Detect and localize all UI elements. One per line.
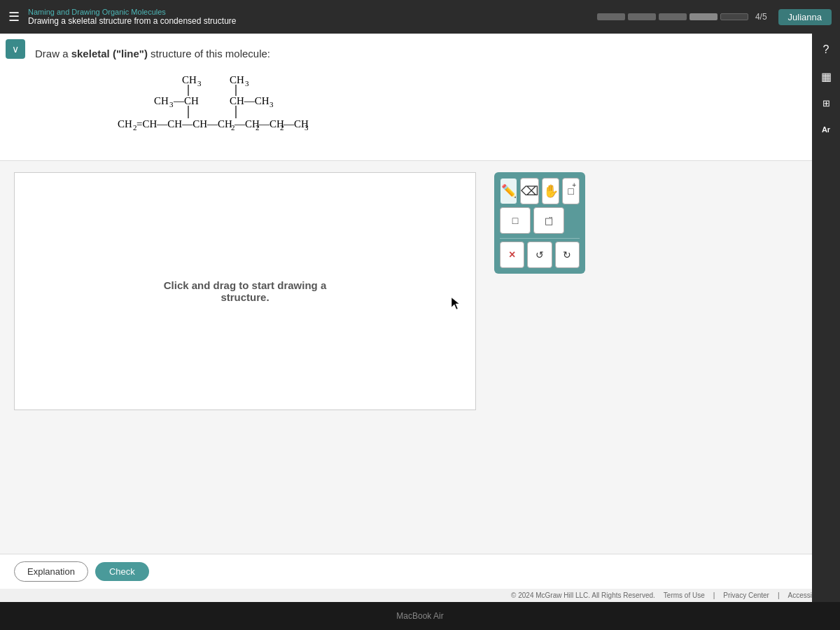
svg-text:=CH—CH—CH—CH: =CH—CH—CH—CH [136, 118, 232, 130]
subtitle: Naming and Drawing Organic Molecules [28, 8, 589, 16]
drawing-workspace: Click and drag to start drawing a struct… [0, 161, 840, 554]
top-bar-right: 4/5 Julianna [597, 9, 832, 25]
collapse-button[interactable]: ∨ [6, 39, 25, 59]
progress-seg-4 [690, 13, 718, 20]
molecule-svg: CH 3 CH 3 CH 3 —CH CH—CH 3 CH 2 =CH—C [63, 69, 455, 146]
double-box-icon: □̈ [545, 216, 553, 226]
progress-bar: 4/5 [597, 12, 767, 22]
pencil-icon: ✏️ [501, 183, 517, 199]
canvas-hint-line2: structure. [164, 291, 327, 303]
tool-action-row: × ↺ ↻ [500, 238, 580, 268]
single-box-tool[interactable]: □ [500, 207, 531, 234]
help-icon[interactable]: ? [816, 39, 836, 60]
label-prefix: Draw a [35, 48, 71, 59]
undo-button[interactable]: ↺ [527, 241, 552, 268]
svg-text:3: 3 [304, 123, 309, 132]
tool-row-1: ✏️ ⌫ ✋ □+ [500, 178, 580, 204]
question-label: Draw a skeletal ("line") structure of th… [35, 48, 819, 59]
tool-palette: ✏️ ⌫ ✋ □+ □ □̈ [494, 172, 585, 274]
eraser-icon: ⌫ [521, 183, 538, 199]
pencil-tool[interactable]: ✏️ [500, 178, 517, 204]
svg-text:CH: CH [182, 74, 197, 85]
grid-icon[interactable]: ▦ [816, 66, 836, 87]
canvas-hint: Click and drag to start drawing a struct… [164, 279, 327, 303]
svg-text:—CH: —CH [173, 95, 199, 106]
molecule-container: CH 3 CH 3 CH 3 —CH CH—CH 3 CH 2 =CH—C [35, 69, 819, 153]
progress-seg-2 [628, 13, 656, 20]
progress-seg-3 [659, 13, 687, 20]
canvas-hint-line1: Click and drag to start drawing a [164, 279, 327, 291]
hamburger-icon[interactable]: ☰ [8, 9, 20, 24]
hand-tool[interactable]: ✋ [542, 178, 559, 204]
footer-divider-2: | [778, 592, 780, 599]
ar-icon[interactable]: Ar [816, 119, 836, 140]
svg-text:CH: CH [154, 95, 169, 106]
question-area: Draw a skeletal ("line") structure of th… [0, 34, 840, 161]
privacy-link[interactable]: Privacy Center [723, 592, 769, 599]
top-bar: ☰ Naming and Drawing Organic Molecules D… [0, 0, 840, 34]
check-button[interactable]: Check [95, 562, 149, 581]
eraser-tool[interactable]: ⌫ [520, 178, 539, 204]
title-area: Naming and Drawing Organic Molecules Dra… [28, 8, 589, 26]
svg-text:3: 3 [197, 79, 202, 88]
taskbar-text: MacBook Air [396, 611, 443, 621]
footer: © 2024 McGraw Hill LLC. All Rights Reser… [0, 589, 840, 602]
svg-text:3: 3 [245, 79, 249, 88]
explanation-button[interactable]: Explanation [14, 561, 88, 582]
progress-label: 4/5 [755, 12, 767, 22]
redo-icon: ↻ [563, 249, 571, 260]
single-box-icon: □ [512, 215, 518, 226]
close-tool[interactable]: × [500, 241, 524, 268]
tool-row-2: □ □̈ [500, 207, 580, 234]
plus-icon: + [572, 181, 576, 189]
terms-link[interactable]: Terms of Use [664, 592, 705, 599]
add-box-tool[interactable]: □+ [562, 178, 580, 204]
taskbar: MacBook Air [0, 602, 840, 630]
close-icon: × [509, 248, 515, 261]
hand-icon: ✋ [543, 183, 559, 199]
drawing-canvas[interactable]: Click and drag to start drawing a struct… [14, 172, 476, 410]
copyright-text: © 2024 McGraw Hill LLC. All Rights Reser… [511, 592, 655, 599]
footer-divider-1: | [713, 592, 715, 599]
svg-text:CH—CH: CH—CH [230, 95, 270, 106]
undo-icon: ↺ [536, 249, 544, 260]
table-icon[interactable]: ⊞ [816, 92, 836, 113]
user-badge: Julianna [778, 9, 832, 25]
double-box-tool[interactable]: □̈ [533, 207, 564, 234]
svg-text:CH: CH [118, 118, 132, 130]
right-sidebar: ? ▦ ⊞ Ar [812, 34, 840, 602]
label-suffix: structure of this molecule: [148, 48, 270, 59]
label-bold: skeletal ("line") [71, 48, 148, 59]
progress-seg-5 [720, 13, 748, 20]
bottom-bar: Explanation Check [0, 554, 840, 589]
svg-text:3: 3 [270, 100, 274, 108]
main-content: ∨ Draw a skeletal ("line") structure of … [0, 34, 840, 602]
redo-button[interactable]: ↻ [555, 241, 580, 268]
main-title: Drawing a skeletal structure from a cond… [28, 16, 589, 26]
progress-seg-1 [597, 13, 625, 20]
svg-text:CH: CH [230, 74, 244, 85]
